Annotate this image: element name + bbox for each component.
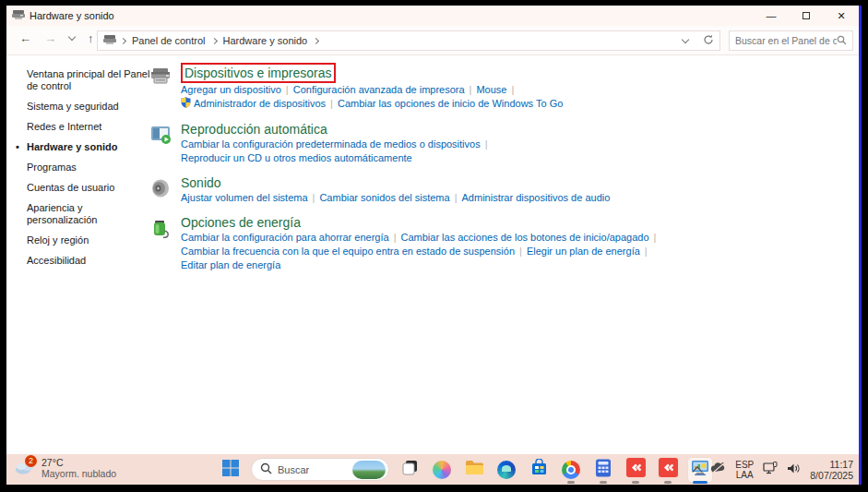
up-button[interactable]: ↑ xyxy=(88,31,94,45)
breadcrumb-separator-icon xyxy=(120,37,126,43)
section-title[interactable]: Opciones de energía xyxy=(181,215,301,231)
sidebar-item-8[interactable]: Reloj y región xyxy=(27,234,151,246)
printer-icon xyxy=(149,63,173,112)
edge-icon xyxy=(497,461,516,479)
category-section: Dispositivos e impresorasAgregar un disp… xyxy=(149,63,666,112)
taskbar-search-label: Buscar xyxy=(278,464,347,475)
copilot-button[interactable] xyxy=(430,458,454,482)
refresh-icon[interactable] xyxy=(703,34,714,47)
task-link[interactable]: Elegir un plan de energía xyxy=(527,246,640,257)
link-separator: | xyxy=(519,246,522,257)
task-link[interactable]: Cambiar las opciones de inicio de Window… xyxy=(338,98,563,109)
section-title[interactable]: Dispositivos e impresoras xyxy=(184,66,332,81)
store-button[interactable] xyxy=(527,458,551,482)
control-panel-content: Ventana principal del Panel de controlSi… xyxy=(6,55,859,454)
folder-icon xyxy=(465,460,484,479)
start-button[interactable] xyxy=(219,458,243,482)
task-link[interactable]: Ajustar volumen del sistema xyxy=(181,192,308,203)
back-button[interactable]: ← xyxy=(19,31,31,45)
breadcrumb-separator-icon xyxy=(210,37,217,43)
edge-button[interactable] xyxy=(494,458,518,482)
task-link-row: Administrador de dispositivos|Cambiar la… xyxy=(181,97,666,112)
search-box[interactable] xyxy=(729,30,853,51)
task-link[interactable]: Cambiar las acciones de los botones de i… xyxy=(400,232,648,243)
task-link-row: Cambiar la configuración para ahorrar en… xyxy=(181,231,666,245)
section-title[interactable]: Reproducción automática xyxy=(181,122,327,138)
section-title-wrap: Reproducción automática xyxy=(181,121,666,138)
battery-icon xyxy=(149,214,173,272)
category-section: SonidoAjustar volumen del sistema|Cambia… xyxy=(149,174,666,205)
onedrive-offline-icon[interactable] xyxy=(710,462,726,478)
task-link[interactable]: Mouse xyxy=(476,84,506,95)
recent-pages-chevron-icon[interactable] xyxy=(68,33,76,41)
network-ethernet-icon[interactable] xyxy=(763,462,778,478)
bing-daily-image[interactable] xyxy=(352,461,386,479)
anydesk-button-1[interactable] xyxy=(624,458,648,482)
calculator-button[interactable] xyxy=(591,458,615,482)
taskbar-clock[interactable]: 11:17 8/07/2025 xyxy=(810,459,853,481)
maximize-button[interactable] xyxy=(789,6,824,26)
file-explorer-button[interactable] xyxy=(462,458,486,482)
task-link[interactable]: Editar plan de energía xyxy=(181,259,280,270)
weather-widget[interactable]: 2 27°C Mayorm. nublado xyxy=(14,457,116,479)
tray-overflow-chevron-icon[interactable] xyxy=(693,466,703,476)
category-section: Opciones de energíaCambiar la configurac… xyxy=(149,214,666,272)
task-link[interactable]: Cambiar sonidos del sistema xyxy=(319,192,449,203)
sidebar-item-2[interactable]: Sistema y seguridad xyxy=(27,101,151,113)
weather-temperature: 27°C xyxy=(42,457,116,468)
close-button[interactable]: ✕ xyxy=(824,6,859,26)
forward-button[interactable]: → xyxy=(44,31,56,45)
sidebar-item-3[interactable]: Redes e Internet xyxy=(27,121,151,133)
task-link[interactable]: Cambiar la configuración para ahorrar en… xyxy=(181,232,389,243)
search-input[interactable] xyxy=(735,35,837,46)
task-link[interactable]: Cambiar la frecuencia con la que el equi… xyxy=(181,246,515,257)
breadcrumb-separator-icon[interactable] xyxy=(313,37,319,43)
task-link[interactable]: Administrador de dispositivos xyxy=(194,98,326,109)
sidebar-item-1[interactable]: Ventana principal del Panel de control xyxy=(27,68,151,92)
search-icon[interactable] xyxy=(837,32,847,49)
window-title: Hardware y sonido xyxy=(30,10,754,21)
address-dropdown-chevron-icon[interactable] xyxy=(682,36,689,43)
breadcrumb-hardware-y-sonido[interactable]: Hardware y sonido xyxy=(223,35,308,46)
task-link-row: Reproducir un CD u otros medios automáti… xyxy=(181,151,666,165)
link-separator: | xyxy=(455,192,458,203)
task-link[interactable]: Configuración avanzada de impresora xyxy=(293,84,465,95)
address-bar[interactable]: Panel de control Hardware y sonido xyxy=(97,30,720,51)
sidebar-item-5[interactable]: Programas xyxy=(27,162,151,174)
sidebar-item-9[interactable]: Accesibilidad xyxy=(27,255,151,267)
task-link-row: Agregar un dispositivo|Configuración ava… xyxy=(181,83,666,97)
weather-description: Mayorm. nublado xyxy=(42,468,116,479)
language-indicator[interactable]: ESP LAA xyxy=(735,460,754,480)
calculator-icon xyxy=(595,459,612,481)
chrome-button[interactable] xyxy=(559,458,583,482)
anydesk-button-2[interactable] xyxy=(656,458,680,482)
sidebar-item-7[interactable]: Apariencia y personalización xyxy=(27,202,151,226)
task-link[interactable]: Reproducir un CD u otros medios automáti… xyxy=(181,152,412,163)
task-link-row: Ajustar volumen del sistema|Cambiar soni… xyxy=(181,191,666,205)
breadcrumb-panel-de-control[interactable]: Panel de control xyxy=(132,35,206,46)
system-tray: ESP LAA 11:17 8/07/2025 xyxy=(694,454,853,485)
maximize-icon xyxy=(803,12,810,19)
taskbar-search[interactable]: Buscar xyxy=(251,458,389,481)
cloudy-weather-icon: 2 xyxy=(14,459,36,478)
sidebar-item-4[interactable]: Hardware y sonido xyxy=(27,141,151,153)
anydesk-icon xyxy=(626,458,646,481)
section-title-wrap: Sonido xyxy=(181,174,666,191)
weather-badge: 2 xyxy=(25,455,37,467)
section-title-wrap: Opciones de energía xyxy=(181,214,666,231)
task-link-row: Cambiar la frecuencia con la que el equi… xyxy=(181,245,666,258)
category-section: Reproducción automáticaCambiar la config… xyxy=(149,121,666,165)
task-view-button[interactable] xyxy=(398,458,422,482)
section-title[interactable]: Sonido xyxy=(181,175,221,191)
section-body: Dispositivos e impresorasAgregar un disp… xyxy=(181,63,666,112)
section-body: Reproducción automáticaCambiar la config… xyxy=(181,121,666,165)
task-link[interactable]: Agregar un dispositivo xyxy=(181,84,281,95)
autoplay-icon xyxy=(149,121,173,165)
task-link[interactable]: Cambiar la configuración predeterminada … xyxy=(181,138,481,150)
minimize-button[interactable]: — xyxy=(754,6,789,26)
control-panel-window-icon xyxy=(12,7,25,24)
sidebar-item-6[interactable]: Cuentas de usuario xyxy=(27,182,151,194)
volume-icon[interactable] xyxy=(787,462,801,478)
store-icon xyxy=(530,459,548,480)
task-link[interactable]: Administrar dispositivos de audio xyxy=(462,192,611,203)
